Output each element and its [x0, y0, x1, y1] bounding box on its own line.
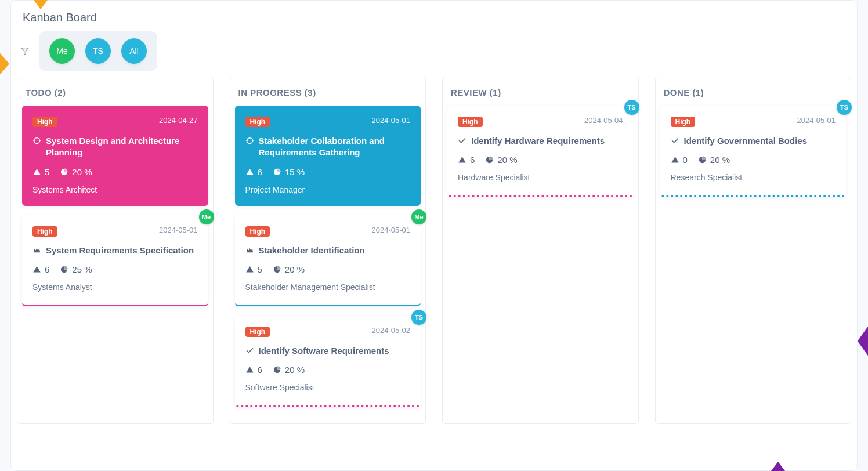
kanban-card[interactable]: 2024-05-01HighSystem Requirements Specif… — [22, 215, 208, 306]
progress-value: 20 % — [497, 155, 517, 165]
warn-value: 6 — [258, 365, 262, 375]
card-metrics: 020 % — [671, 155, 836, 165]
svg-marker-0 — [21, 48, 28, 55]
kanban-card[interactable]: 2024-05-01HighStakeholder Collaboration … — [235, 106, 421, 206]
progress-value: 15 % — [285, 167, 305, 177]
kanban-card[interactable]: 2024-04-27HighSystem Design and Architec… — [22, 106, 208, 206]
assignee-badge[interactable]: TS — [837, 100, 852, 115]
priority-badge: High — [245, 117, 270, 127]
card-title-row: System Design and Architecture Planning — [32, 135, 198, 159]
filters-row: Me TS All — [11, 31, 857, 74]
kanban-card[interactable]: 2024-05-01HighIdentify Governmental Bodi… — [660, 106, 847, 197]
priority-badge: High — [671, 117, 696, 127]
warning-icon — [671, 155, 679, 164]
column-done: DONE (1)2024-05-01HighIdentify Governmen… — [655, 77, 852, 424]
card-progress-metric: 25 % — [60, 265, 92, 274]
kanban-card[interactable]: 2024-05-02HighIdentify Software Requirem… — [235, 316, 421, 407]
card-progress-metric: 20 % — [60, 167, 92, 177]
card-role: Research Specialist — [671, 173, 836, 182]
card-role: Systems Analyst — [32, 282, 198, 292]
pie-icon — [698, 155, 707, 164]
warning-icon — [32, 265, 41, 274]
warn-value: 5 — [45, 167, 49, 177]
card-warn-metric: 6 — [245, 365, 262, 375]
card-role: Systems Architect — [32, 185, 198, 194]
card-progress-metric: 20 % — [698, 155, 730, 165]
card-metrics: 620 % — [458, 155, 623, 165]
card-date: 2024-04-27 — [159, 116, 198, 125]
card-title-row: Identify Governmental Bodies — [671, 135, 836, 147]
warning-icon — [245, 168, 254, 176]
card-warn-metric: 6 — [245, 167, 262, 177]
warning-icon — [245, 265, 254, 274]
kanban-card[interactable]: 2024-05-01HighStakeholder Identification… — [235, 215, 421, 306]
card-date: 2024-05-01 — [372, 226, 411, 234]
card-date: 2024-05-01 — [159, 226, 198, 234]
card-progress-metric: 20 % — [485, 155, 517, 165]
card-progress-metric: 15 % — [273, 167, 305, 177]
card-title-row: Stakeholder Identification — [245, 245, 411, 256]
card-title: System Design and Architecture Planning — [46, 135, 198, 159]
card-progress-metric: 20 % — [273, 265, 305, 274]
column-header: DONE (1) — [660, 82, 847, 106]
crown-icon — [32, 246, 41, 255]
progress-value: 20 % — [710, 155, 730, 165]
assignee-badge[interactable]: TS — [624, 100, 639, 115]
warn-value: 6 — [470, 155, 475, 165]
deco-triangle-left — [0, 49, 9, 78]
warn-value: 6 — [258, 167, 262, 177]
card-metrics: 625 % — [32, 265, 198, 274]
card-progress-metric: 20 % — [273, 365, 305, 375]
card-role: Stakeholder Management Specialist — [245, 282, 411, 292]
assignee-badge[interactable]: Me — [199, 209, 214, 224]
deco-triangle-bottom — [769, 462, 787, 471]
warning-icon — [458, 155, 466, 164]
progress-value: 25 % — [72, 265, 92, 274]
card-metrics: 520 % — [32, 167, 198, 177]
filter-pill-all[interactable]: All — [121, 38, 147, 64]
pie-icon — [60, 265, 68, 274]
column-header: IN PROGRESS (3) — [235, 82, 421, 106]
card-role: Project Manager — [245, 185, 411, 194]
progress-value: 20 % — [285, 365, 305, 375]
column-header: TODO (2) — [22, 82, 208, 106]
warn-value: 5 — [258, 265, 262, 274]
warn-value: 0 — [683, 155, 688, 165]
filter-pill-ts[interactable]: TS — [85, 38, 111, 64]
priority-badge: High — [458, 117, 483, 127]
card-warn-metric: 6 — [458, 155, 475, 165]
warn-value: 6 — [45, 265, 49, 274]
card-title: System Requirements Specification — [46, 245, 194, 256]
card-warn-metric: 5 — [32, 167, 49, 177]
kanban-board: Kanban Board Me TS All TODO (2)2024-04-2… — [10, 0, 858, 471]
pie-icon — [60, 168, 68, 176]
card-warn-metric: 6 — [32, 265, 49, 274]
card-title-row: System Requirements Specification — [32, 245, 198, 256]
warning-icon — [245, 365, 254, 374]
filter-button[interactable] — [17, 43, 33, 59]
card-title: Identify Governmental Bodies — [684, 135, 808, 147]
card-warn-metric: 5 — [245, 265, 262, 274]
card-title-row: Stakeholder Collaboration and Requiremen… — [245, 135, 411, 159]
card-date: 2024-05-01 — [372, 116, 411, 125]
assignee-badge[interactable]: Me — [411, 209, 426, 224]
card-title-row: Identify Hardware Requirements — [458, 135, 623, 147]
card-date: 2024-05-02 — [372, 326, 411, 335]
assignee-badge[interactable]: TS — [411, 310, 426, 325]
card-date: 2024-05-01 — [797, 116, 836, 125]
funnel-icon — [20, 46, 30, 56]
column-todo: TODO (2)2024-04-27HighSystem Design and … — [17, 77, 214, 424]
card-metrics: 520 % — [245, 265, 411, 274]
filter-pills: Me TS All — [39, 31, 157, 71]
column-review: REVIEW (1)2024-05-04HighIdentify Hardwar… — [442, 77, 639, 424]
card-title-row: Identify Software Requirements — [245, 345, 411, 357]
check-icon — [671, 136, 679, 145]
kanban-card[interactable]: 2024-05-04HighIdentify Hardware Requirem… — [447, 106, 634, 197]
svg-point-1 — [34, 138, 40, 144]
filter-pill-me[interactable]: Me — [49, 38, 75, 64]
card-warn-metric: 0 — [671, 155, 688, 165]
target-icon — [32, 136, 41, 145]
progress-value: 20 % — [285, 265, 305, 274]
card-date: 2024-05-04 — [584, 116, 623, 125]
pie-icon — [273, 265, 281, 274]
